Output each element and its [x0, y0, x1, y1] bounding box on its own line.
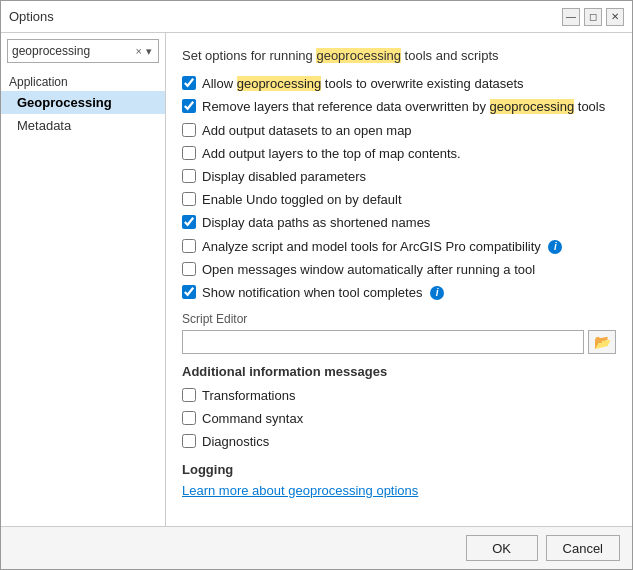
checkbox-diagnostics[interactable] — [182, 434, 196, 448]
checkbox-row-add-output: Add output datasets to an open map — [182, 122, 616, 140]
checkbox-row-transformations: Transformations — [182, 387, 616, 405]
checkbox-open-messages[interactable] — [182, 262, 196, 276]
checkbox-analyze-script[interactable] — [182, 239, 196, 253]
dialog-footer: OK Cancel — [1, 526, 632, 569]
label-enable-undo: Enable Undo toggled on by default — [202, 191, 402, 209]
label-command-syntax: Command syntax — [202, 410, 303, 428]
search-text: geoprocessing — [12, 44, 134, 58]
checkbox-transformations[interactable] — [182, 388, 196, 402]
minimize-button[interactable]: ― — [562, 8, 580, 26]
checkbox-row-diagnostics: Diagnostics — [182, 433, 616, 451]
close-button[interactable]: ✕ — [606, 8, 624, 26]
label-analyze-script: Analyze script and model tools for ArcGI… — [202, 238, 562, 256]
label-overwrite: Allow geoprocessing tools to overwrite e… — [202, 75, 524, 93]
folder-icon: 📂 — [594, 334, 611, 350]
checkbox-row-show-notification: Show notification when tool completes i — [182, 284, 616, 302]
label-add-output-top: Add output layers to the top of map cont… — [202, 145, 461, 163]
checkbox-display-paths[interactable] — [182, 215, 196, 229]
nav-section-label: Application — [1, 69, 165, 91]
checkbox-row-display-paths: Display data paths as shortened names — [182, 214, 616, 232]
nav-item-metadata[interactable]: Metadata — [1, 114, 165, 137]
script-editor-label: Script Editor — [182, 312, 616, 326]
label-remove-layers: Remove layers that reference data overwr… — [202, 98, 605, 116]
search-clear-button[interactable]: × — [134, 45, 144, 57]
section-heading: Set options for running geoprocessing to… — [182, 47, 616, 65]
checkbox-add-output[interactable] — [182, 123, 196, 137]
logging-heading: Logging — [182, 462, 616, 477]
checkbox-row-add-output-top: Add output layers to the top of map cont… — [182, 145, 616, 163]
cancel-button[interactable]: Cancel — [546, 535, 620, 561]
nav-item-geoprocessing[interactable]: Geoprocessing — [1, 91, 165, 114]
label-add-output: Add output datasets to an open map — [202, 122, 412, 140]
label-display-paths: Display data paths as shortened names — [202, 214, 430, 232]
dialog-title: Options — [9, 9, 54, 24]
right-panel: Set options for running geoprocessing to… — [166, 33, 632, 526]
learn-more-link[interactable]: Learn more about geoprocessing options — [182, 483, 418, 498]
script-editor-input[interactable] — [182, 330, 584, 354]
heading-highlight: geoprocessing — [316, 48, 401, 63]
search-bar[interactable]: geoprocessing × ▾ — [7, 39, 159, 63]
checkbox-remove-layers[interactable] — [182, 99, 196, 113]
info-icon-analyze[interactable]: i — [548, 240, 562, 254]
script-editor-section: Script Editor 📂 — [182, 312, 616, 354]
label-show-notification: Show notification when tool completes i — [202, 284, 444, 302]
window-controls: ― ◻ ✕ — [562, 8, 624, 26]
title-bar: Options ― ◻ ✕ — [1, 1, 632, 33]
checkbox-row-open-messages: Open messages window automatically after… — [182, 261, 616, 279]
script-editor-input-row: 📂 — [182, 330, 616, 354]
checkbox-row-enable-undo: Enable Undo toggled on by default — [182, 191, 616, 209]
folder-browse-button[interactable]: 📂 — [588, 330, 616, 354]
label-transformations: Transformations — [202, 387, 295, 405]
checkbox-show-notification[interactable] — [182, 285, 196, 299]
ok-button[interactable]: OK — [466, 535, 538, 561]
label-display-disabled: Display disabled parameters — [202, 168, 366, 186]
checkbox-row-command-syntax: Command syntax — [182, 410, 616, 428]
label-diagnostics: Diagnostics — [202, 433, 269, 451]
checkbox-row-display-disabled: Display disabled parameters — [182, 168, 616, 186]
info-icon-notification[interactable]: i — [430, 286, 444, 300]
dialog-body: geoprocessing × ▾ Application Geoprocess… — [1, 33, 632, 526]
checkbox-row-overwrite: Allow geoprocessing tools to overwrite e… — [182, 75, 616, 93]
checkbox-enable-undo[interactable] — [182, 192, 196, 206]
additional-section: Additional information messages Transfor… — [182, 364, 616, 452]
additional-heading: Additional information messages — [182, 364, 616, 379]
checkbox-overwrite[interactable] — [182, 76, 196, 90]
checkbox-command-syntax[interactable] — [182, 411, 196, 425]
checkbox-display-disabled[interactable] — [182, 169, 196, 183]
checkbox-row-analyze-script: Analyze script and model tools for ArcGI… — [182, 238, 616, 256]
label-open-messages: Open messages window automatically after… — [202, 261, 535, 279]
left-panel: geoprocessing × ▾ Application Geoprocess… — [1, 33, 166, 526]
restore-button[interactable]: ◻ — [584, 8, 602, 26]
search-dropdown-button[interactable]: ▾ — [144, 45, 154, 58]
checkbox-add-output-top[interactable] — [182, 146, 196, 160]
options-dialog: Options ― ◻ ✕ geoprocessing × ▾ Applicat… — [0, 0, 633, 570]
right-scroll[interactable]: Set options for running geoprocessing to… — [166, 33, 632, 526]
checkbox-row-remove-layers: Remove layers that reference data overwr… — [182, 98, 616, 116]
